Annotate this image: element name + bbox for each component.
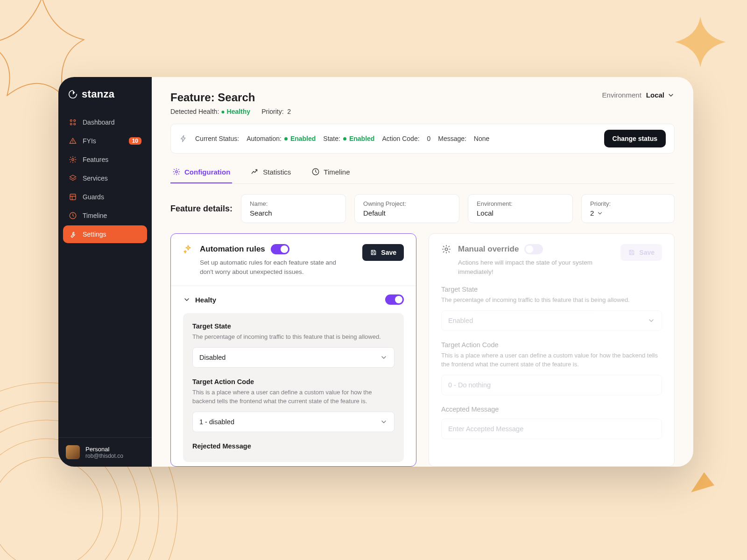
target-state-help: The percentage of incoming traffic to th… bbox=[192, 333, 395, 342]
sidebar-item-settings[interactable]: Settings bbox=[63, 225, 147, 243]
healthy-section-switch[interactable] bbox=[385, 294, 404, 305]
sidebar-item-timeline[interactable]: Timeline bbox=[63, 207, 147, 224]
change-status-button[interactable]: Change status bbox=[604, 130, 666, 147]
target-state-select[interactable]: Disabled bbox=[192, 347, 395, 368]
manual-save-button[interactable]: Save bbox=[620, 244, 662, 261]
environment-picker[interactable]: Environment Local bbox=[602, 91, 675, 99]
status-bar: Current Status: Automation: Enabled Stat… bbox=[170, 124, 675, 154]
auto-save-button[interactable]: Save bbox=[362, 244, 404, 261]
tabs: Configuration Statistics Timeline bbox=[170, 163, 675, 184]
manual-target-state-select[interactable]: Enabled bbox=[441, 310, 662, 331]
bolt-icon bbox=[179, 134, 188, 143]
svg-point-14 bbox=[445, 248, 448, 251]
tab-timeline[interactable]: Timeline bbox=[310, 163, 352, 183]
sparkle-icon bbox=[183, 244, 193, 254]
automation-value: Enabled bbox=[290, 135, 316, 142]
detail-name-card: Name: Search bbox=[241, 194, 346, 223]
priority-key: Priority: bbox=[590, 200, 666, 207]
user-email: rob@thisdot.co bbox=[85, 453, 123, 459]
automation-panel: Automation rules Set up automatic rules … bbox=[170, 233, 416, 467]
chevron-down-icon bbox=[597, 210, 603, 217]
env-value: Local bbox=[477, 209, 564, 217]
nav-label: FYIs bbox=[83, 137, 96, 145]
sidebar-item-services[interactable]: Services bbox=[63, 169, 147, 187]
nav-label: Timeline bbox=[83, 212, 107, 219]
tab-configuration[interactable]: Configuration bbox=[170, 163, 232, 183]
manual-panel: Manual override Actions here will impact… bbox=[429, 233, 675, 467]
meta-row: Detected Health: ● Healthy Priority: 2 bbox=[170, 108, 291, 115]
feature-details-row: Feature details: Name: Search Owning Pro… bbox=[170, 194, 675, 223]
nav-label: Dashboard bbox=[83, 119, 115, 126]
sidebar-item-guards[interactable]: Guards bbox=[63, 188, 147, 206]
chevron-down-icon bbox=[183, 296, 190, 303]
tab-statistics[interactable]: Statistics bbox=[249, 163, 293, 183]
detail-env-card: Environment: Local bbox=[468, 194, 573, 223]
action-code-select[interactable]: 1 - disabled bbox=[192, 412, 395, 432]
target-state-title: Target State bbox=[192, 322, 395, 330]
manual-panel-desc: Actions here will impact the state of yo… bbox=[458, 258, 603, 276]
accepted-msg-title: Accepted Message bbox=[441, 406, 662, 413]
manual-target-state-title: Target State bbox=[441, 286, 662, 293]
rejected-msg-title: Rejected Message bbox=[192, 442, 395, 450]
svg-point-7 bbox=[70, 123, 72, 125]
grid-icon bbox=[69, 118, 77, 126]
sidebar-item-features[interactable]: Features bbox=[63, 151, 147, 168]
save-icon bbox=[370, 249, 377, 256]
detail-priority-card[interactable]: Priority: 2 bbox=[581, 194, 675, 223]
message-label: Message: bbox=[438, 135, 466, 142]
layout-icon bbox=[69, 193, 77, 201]
message-value: None bbox=[474, 135, 489, 142]
svg-point-0 bbox=[0, 457, 103, 560]
tab-label: Statistics bbox=[263, 168, 291, 176]
chevron-down-icon bbox=[648, 317, 655, 324]
alert-icon bbox=[69, 137, 77, 145]
project-value: Default bbox=[363, 209, 451, 217]
health-label: Detected Health: bbox=[170, 108, 219, 115]
chevron-down-icon bbox=[667, 91, 675, 99]
wrench-icon bbox=[69, 230, 77, 238]
healthy-section-toggle[interactable]: Healty bbox=[171, 286, 416, 313]
page-title: Feature: Search bbox=[170, 91, 291, 104]
target-state-value: Disabled bbox=[199, 354, 226, 361]
logo-icon bbox=[68, 89, 78, 99]
manual-toggle[interactable] bbox=[524, 244, 543, 254]
manual-action-code-help: This is a place where a user can define … bbox=[441, 351, 662, 369]
automation-toggle[interactable] bbox=[271, 244, 289, 254]
action-code-help: This is a place where a user can define … bbox=[192, 388, 395, 406]
health-value: Healthy bbox=[227, 108, 251, 115]
save-icon bbox=[628, 249, 635, 256]
name-value: Search bbox=[250, 209, 337, 217]
env-label: Environment bbox=[602, 91, 641, 99]
main-content: Feature: Search Detected Health: ● Healt… bbox=[152, 77, 693, 467]
manual-action-code-placeholder: 0 - Do nothing bbox=[448, 381, 491, 389]
sidebar-item-dashboard[interactable]: Dashboard bbox=[63, 113, 147, 131]
sidebar-item-fyis[interactable]: FYIs 10 bbox=[63, 132, 147, 150]
nav-label: Features bbox=[83, 156, 108, 163]
manual-action-code-title: Target Action Code bbox=[441, 341, 662, 349]
accepted-msg-input[interactable]: Enter Accepted Message bbox=[441, 419, 662, 439]
save-label: Save bbox=[381, 249, 396, 256]
user-name: Personal bbox=[85, 446, 123, 453]
user-footer[interactable]: Personal rob@thisdot.co bbox=[58, 437, 152, 467]
current-status-label: Current Status: bbox=[195, 135, 239, 142]
manual-target-state-help: The percentage of incoming traffic to th… bbox=[441, 296, 662, 305]
nav: Dashboard FYIs 10 Features Services Guar… bbox=[58, 113, 152, 243]
bg-sparkle-icon bbox=[672, 14, 728, 70]
clock-icon bbox=[69, 211, 77, 220]
auto-panel-desc: Set up automatic rules for each feature … bbox=[200, 258, 345, 276]
user-meta: Personal rob@thisdot.co bbox=[85, 446, 123, 459]
logo: stanza bbox=[58, 88, 152, 113]
badge: 10 bbox=[129, 137, 141, 145]
gear-icon bbox=[441, 244, 451, 254]
gear-icon bbox=[172, 168, 181, 176]
state-label: State: bbox=[323, 135, 340, 142]
env-key: Environment: bbox=[477, 200, 564, 207]
svg-point-8 bbox=[74, 123, 76, 125]
tab-label: Configuration bbox=[184, 168, 230, 176]
nav-label: Services bbox=[83, 175, 108, 182]
sidebar: stanza Dashboard FYIs 10 Features Servic… bbox=[58, 77, 152, 467]
chevron-down-icon bbox=[380, 418, 388, 426]
manual-action-code-input[interactable]: 0 - Do nothing bbox=[441, 375, 662, 395]
state-value: Enabled bbox=[349, 135, 374, 142]
brand-name: stanza bbox=[82, 88, 114, 100]
